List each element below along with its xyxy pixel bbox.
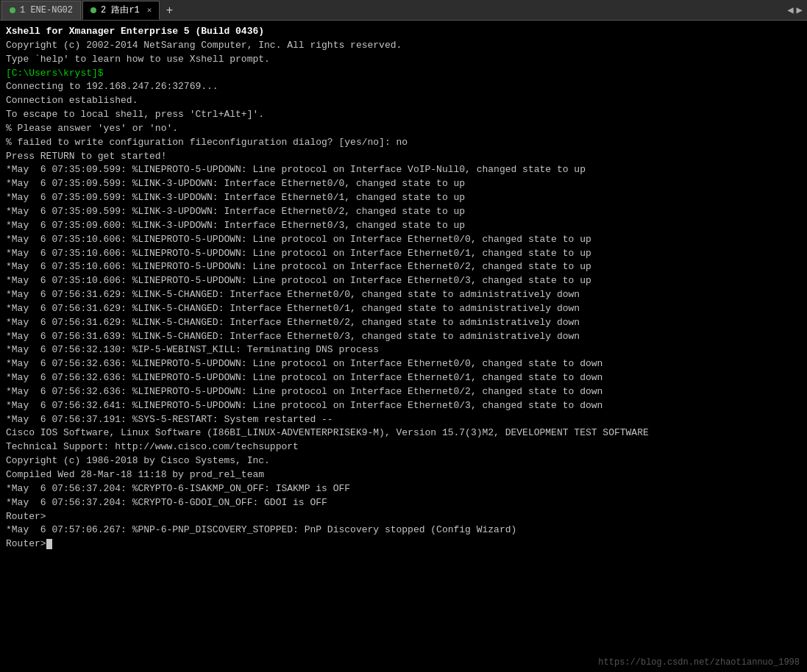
tab-nav-right[interactable]: ▶ <box>797 4 803 16</box>
tab-1-label: 1 ENE-NG02 <box>20 5 73 15</box>
tab-2-dot <box>90 7 96 13</box>
terminal-output[interactable]: Xshell for Xmanager Enterprise 5 (Build … <box>0 21 807 672</box>
terminal-cursor <box>46 539 52 549</box>
tab-bar: 1 ENE-NG02 2 路由r1 ✕ + ◀ ▶ <box>0 0 807 21</box>
tab-navigation: ◀ ▶ <box>787 4 807 16</box>
tab-nav-left[interactable]: ◀ <box>787 4 793 16</box>
tab-2[interactable]: 2 路由r1 ✕ <box>82 1 160 20</box>
watermark: https://blog.csdn.net/zhaotiannuo_1998 <box>598 657 800 668</box>
tab-1-dot <box>10 7 15 13</box>
tab-1[interactable]: 1 ENE-NG02 <box>1 1 81 20</box>
new-tab-button[interactable]: + <box>161 2 177 18</box>
tab-2-label: 2 路由r1 <box>101 4 140 16</box>
tab-2-close[interactable]: ✕ <box>147 5 152 15</box>
